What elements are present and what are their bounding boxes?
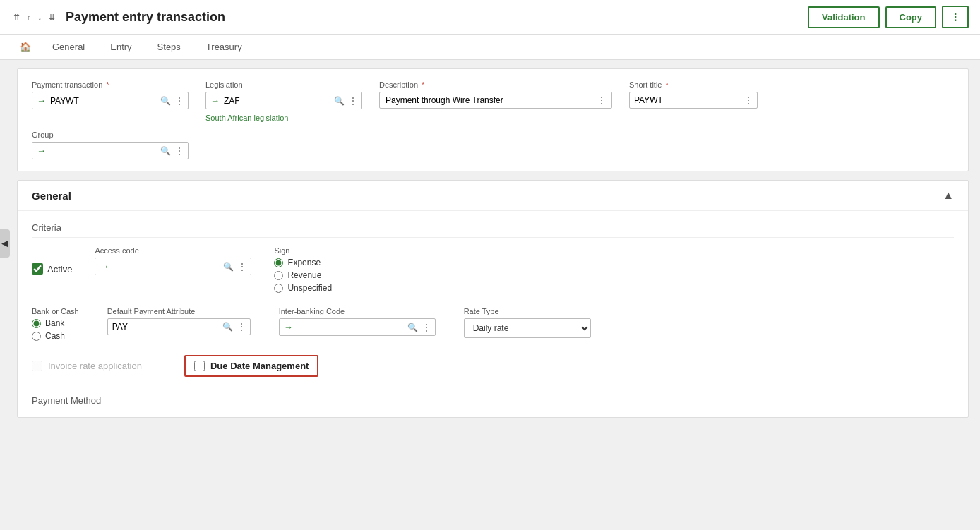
payment-method-label: Payment Method	[32, 395, 101, 406]
more-icon[interactable]: ⋮	[175, 96, 184, 106]
search-icon[interactable]: 🔍	[334, 96, 345, 106]
more-icon[interactable]: ⋮	[238, 262, 246, 272]
top-form-card: Payment transaction * → 🔍 ⋮ Legislation …	[17, 68, 969, 171]
search-icon[interactable]: 🔍	[160, 146, 171, 156]
sign-unspecified-option: Unspecified	[274, 283, 332, 293]
short-title-input-wrapper: ⋮	[629, 92, 758, 109]
more-icon[interactable]: ⋮	[744, 95, 753, 105]
more-icon[interactable]: ⋮	[237, 322, 246, 332]
criteria-label: Criteria	[32, 222, 954, 238]
access-code-label: Access code	[95, 246, 251, 255]
active-checkbox[interactable]	[32, 263, 43, 275]
invoice-row: Invoice rate application Due Date Manage…	[32, 355, 954, 377]
sign-expense-radio[interactable]	[274, 258, 283, 267]
description-label: Description *	[379, 80, 612, 89]
tab-entry[interactable]: Entry	[97, 35, 144, 59]
general-section: General ▲ Criteria Active Access code →	[17, 180, 969, 418]
default-payment-input[interactable]	[112, 322, 218, 332]
arrow-icon: →	[37, 95, 46, 106]
bank-cash-group: Bank or Cash Bank Cash	[32, 307, 79, 341]
nav-up-icon[interactable]: ↑	[25, 11, 33, 23]
due-date-label: Due Date Management	[210, 361, 309, 371]
tab-treasury[interactable]: Treasury	[193, 35, 255, 59]
sign-expense-option: Expense	[274, 258, 332, 267]
validation-button[interactable]: Validation	[808, 6, 879, 28]
group-input[interactable]	[50, 146, 156, 156]
arrow-icon: →	[100, 261, 109, 272]
default-payment-input-wrapper: 🔍 ⋮	[107, 318, 251, 335]
copy-button[interactable]: Copy	[885, 6, 937, 28]
main-content: ◀ Payment transaction * → 🔍 ⋮ Legislatio…	[0, 68, 980, 418]
short-title-field: Short title * ⋮	[629, 80, 758, 109]
legislation-input[interactable]	[224, 96, 330, 106]
bank-cash-label: Bank or Cash	[32, 307, 79, 315]
sign-revenue-radio[interactable]	[274, 271, 283, 280]
nav-arrows: ⇈ ↑ ↓ ⇊	[11, 11, 57, 23]
group-field: Group → 🔍 ⋮	[32, 131, 189, 159]
legislation-field: Legislation → 🔍 ⋮ South African legislat…	[205, 80, 362, 122]
group-label: Group	[32, 131, 189, 139]
description-field: Description * ⋮	[379, 80, 612, 109]
due-date-checkbox[interactable]	[194, 361, 205, 371]
short-title-input[interactable]	[634, 95, 740, 105]
tab-home[interactable]: 🏠	[11, 35, 40, 59]
group-row: Group → 🔍 ⋮	[32, 131, 954, 159]
nav-down-icon[interactable]: ↓	[36, 11, 44, 23]
interbanking-input-wrapper: → 🔍 ⋮	[279, 318, 436, 336]
bank-cash-row: Bank or Cash Bank Cash Default Payment A…	[32, 307, 954, 341]
more-button[interactable]: ⋮	[942, 6, 969, 28]
arrow-icon: →	[210, 95, 220, 106]
nav-top-icon[interactable]: ⇈	[11, 11, 22, 23]
top-form-row: Payment transaction * → 🔍 ⋮ Legislation …	[32, 80, 954, 122]
invoice-rate-checkbox[interactable]	[32, 361, 42, 371]
sign-unspecified-radio[interactable]	[274, 284, 283, 293]
nav-bottom-icon[interactable]: ⇊	[47, 11, 57, 23]
collapse-button[interactable]: ▲	[943, 189, 954, 202]
arrow-icon: →	[37, 145, 46, 156]
more-icon[interactable]: ⋮	[597, 95, 606, 105]
default-payment-group: Default Payment Attribute 🔍 ⋮	[107, 307, 251, 335]
access-code-group: Access code → 🔍 ⋮	[95, 246, 251, 275]
rate-type-label: Rate Type	[464, 307, 591, 315]
invoice-rate-label: Invoice rate application	[48, 361, 142, 371]
search-icon[interactable]: 🔍	[222, 322, 233, 332]
interbanking-label: Inter-banking Code	[279, 307, 436, 315]
sign-unspecified-label: Unspecified	[287, 283, 332, 293]
payment-transaction-input[interactable]	[50, 96, 156, 106]
search-icon[interactable]: 🔍	[407, 323, 418, 332]
header-bar: ⇈ ↑ ↓ ⇊ Payment entry transaction Valida…	[0, 0, 980, 35]
more-icon[interactable]: ⋮	[422, 323, 431, 332]
cash-option: Cash	[32, 331, 79, 341]
sign-revenue-label: Revenue	[287, 270, 321, 280]
access-code-input[interactable]	[113, 262, 219, 272]
payment-transaction-label: Payment transaction *	[32, 80, 189, 89]
description-input[interactable]	[386, 95, 597, 105]
interbanking-input[interactable]	[297, 323, 403, 332]
payment-method-section: Payment Method	[32, 388, 954, 406]
sign-expense-label: Expense	[287, 258, 321, 267]
general-body: Criteria Active Access code → 🔍 ⋮	[18, 211, 968, 417]
tab-nav: 🏠 General Entry Steps Treasury	[0, 35, 980, 60]
description-input-wrapper: ⋮	[379, 92, 612, 109]
search-icon[interactable]: 🔍	[223, 262, 234, 272]
search-icon[interactable]: 🔍	[160, 96, 171, 106]
access-code-input-wrapper: → 🔍 ⋮	[95, 258, 251, 275]
group-input-wrapper: → 🔍 ⋮	[32, 142, 189, 159]
tab-steps[interactable]: Steps	[145, 35, 193, 59]
sign-group: Sign Expense Revenue Unspecified	[274, 246, 332, 293]
legislation-label: Legislation	[205, 80, 362, 89]
sidebar-toggle[interactable]: ◀	[0, 229, 10, 258]
more-icon[interactable]: ⋮	[349, 96, 357, 106]
cash-radio[interactable]	[32, 332, 41, 341]
default-payment-label: Default Payment Attribute	[107, 307, 251, 315]
due-date-group: Due Date Management	[184, 355, 318, 377]
sign-revenue-option: Revenue	[274, 270, 332, 280]
bank-radio[interactable]	[32, 319, 41, 328]
sign-label: Sign	[274, 246, 332, 255]
rate-type-select[interactable]: Daily rate Fixed rate Spot rate	[464, 318, 591, 338]
more-icon[interactable]: ⋮	[175, 146, 184, 156]
tab-general[interactable]: General	[40, 35, 97, 59]
active-checkbox-group: Active	[32, 263, 72, 275]
bank-label: Bank	[45, 318, 64, 328]
interbanking-group: Inter-banking Code → 🔍 ⋮	[279, 307, 436, 336]
